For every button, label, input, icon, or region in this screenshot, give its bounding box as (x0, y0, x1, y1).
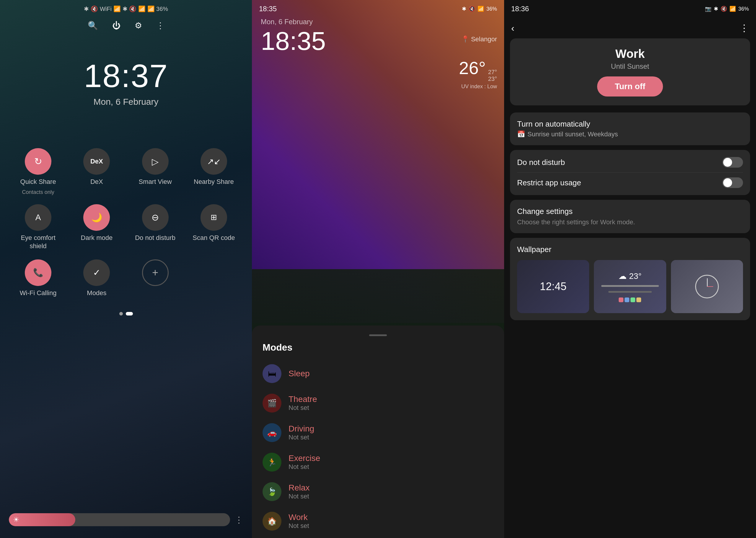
smart-view-button[interactable]: ▷ Smart View (129, 148, 182, 195)
theatre-mode-item[interactable]: 🎬 Theatre Not set (252, 388, 504, 418)
exercise-mode-icon: 🏃 (262, 453, 281, 472)
sleep-mode-item[interactable]: 🛏 Sleep (252, 359, 504, 388)
turn-off-button[interactable]: Turn off (597, 77, 663, 96)
work-mode-title: Work (517, 47, 743, 61)
wp3-clock (695, 275, 719, 298)
p2-date: Mon, 6 February (261, 18, 326, 26)
p3-mute-icon: 🔇 (721, 6, 727, 12)
scan-qr-label: Scan QR code (193, 234, 235, 242)
p2-wifi-icon: 📶 (478, 6, 484, 12)
dnd-label: Do not disturb (135, 234, 175, 242)
p3-header: ‹ ⋮ (504, 18, 756, 38)
p3-camera-icon: 📷 (705, 6, 711, 12)
p2-bt-icon: ✱ (462, 6, 466, 12)
wallpaper-title: Wallpaper (517, 245, 743, 254)
relax-mode-icon: 🍃 (262, 482, 281, 501)
p2-clock-area: Mon, 6 February 18:35 (261, 18, 326, 56)
driving-mode-item[interactable]: 🚗 Driving Not set (252, 418, 504, 448)
status-icons: ✱ 🔇 WiFi 📶 ✱ 🔇 📶 📶 36% (84, 5, 168, 12)
driving-mode-text: Driving Not set (289, 424, 494, 441)
eye-comfort-button[interactable]: A Eye comfort shield (12, 204, 64, 250)
wallpaper-preview-3[interactable] (671, 260, 743, 313)
auto-schedule-detail: 📅 Sunrise until sunset, Weekdays (517, 131, 743, 138)
theatre-mode-icon: 🎬 (262, 394, 281, 412)
wifi-calling-button[interactable]: 📞 Wi-Fi Calling (12, 259, 64, 297)
wallpaper-previews: 12:45 ☁ 23° (517, 260, 743, 313)
nearby-share-button[interactable]: ↗↙ Nearby Share (188, 148, 240, 195)
dark-mode-button[interactable]: 🌙 Dark mode (70, 204, 123, 250)
auto-schedule-title: Turn on automatically (517, 120, 743, 129)
battery-text: ✱ 🔇 📶 📶 36% (123, 5, 168, 12)
relax-mode-text: Relax Not set (289, 483, 494, 500)
dnd-label: Do not disturb (517, 158, 565, 167)
divider (517, 172, 743, 173)
restrict-label: Restrict app usage (517, 178, 581, 188)
status-bar: ✱ 🔇 WiFi 📶 ✱ 🔇 📶 📶 36% (0, 0, 252, 15)
driving-mode-name: Driving (289, 424, 494, 434)
change-settings-section[interactable]: Change settings Choose the right setting… (510, 200, 750, 233)
power-icon[interactable]: ⏻ (112, 21, 121, 30)
mute-icon: 🔇 (91, 5, 98, 12)
clock-display: 18:37 Mon, 6 February (0, 57, 252, 107)
modes-button[interactable]: ✓ Modes (70, 259, 123, 297)
modes-label: Modes (87, 289, 106, 297)
p2-time-text: 18:35 (259, 5, 277, 13)
p3-status-bar: 18:36 📷 ✱ 🔇 📶 36% (504, 0, 756, 18)
p2-mute-icon: 🔇 (469, 6, 475, 12)
do-not-disturb-button[interactable]: ⊖ Do not disturb (129, 204, 182, 250)
p3-battery-text: 36% (738, 6, 749, 12)
search-icon[interactable]: 🔍 (88, 21, 98, 30)
smart-view-icon: ▷ (142, 148, 169, 175)
quick-share-icon: ↻ (25, 148, 51, 175)
modes-panel: 18:35 ✱ 🔇 📶 36% Mon, 6 February 18:35 📍 … (252, 0, 504, 538)
sheet-handle (369, 334, 387, 336)
quick-controls-row2: A Eye comfort shield 🌙 Dark mode ⊖ Do no… (0, 201, 252, 256)
settings-icon[interactable]: ⚙ (135, 21, 142, 30)
work-mode-icon: 🏠 (262, 512, 281, 531)
more-options-button[interactable]: ⋮ (739, 23, 749, 34)
theatre-mode-status: Not set (289, 404, 494, 412)
work-mode-name: Work (289, 512, 494, 522)
work-mode-text: Work Not set (289, 512, 494, 530)
relax-mode-name: Relax (289, 483, 494, 493)
relax-mode-item[interactable]: 🍃 Relax Not set (252, 477, 504, 507)
dark-mode-icon: 🌙 (83, 204, 110, 231)
page-indicator (0, 312, 252, 315)
smart-view-label: Smart View (139, 178, 172, 186)
wp2-bar1 (601, 285, 659, 287)
p2-status-bar: 18:35 ✱ 🔇 📶 36% (252, 0, 504, 18)
p3-bt-icon: ✱ (714, 6, 718, 12)
exercise-mode-name: Exercise (289, 454, 494, 463)
p2-status-icons: ✱ 🔇 📶 36% (462, 6, 497, 12)
modes-title: Modes (252, 342, 504, 359)
auto-schedule-text: Sunrise until sunset, Weekdays (527, 131, 618, 138)
work-mode-subtitle: Until Sunset (517, 62, 743, 71)
restrict-row: Restrict app usage (517, 177, 743, 188)
exercise-mode-item[interactable]: 🏃 Exercise Not set (252, 448, 504, 477)
restrict-toggle[interactable] (722, 177, 743, 188)
quick-share-button[interactable]: ↻ Quick Share Contacts only (12, 148, 64, 195)
p3-status-icons: 📷 ✱ 🔇 📶 36% (705, 6, 749, 12)
wifi-calling-icon: 📞 (25, 259, 51, 286)
work-mode-card: Work Until Sunset Turn off (510, 38, 750, 105)
lockscreen-panel: ✱ 🔇 WiFi 📶 ✱ 🔇 📶 📶 36% 🔍 ⏻ ⚙ ⋮ 18:37 Mon… (0, 0, 252, 538)
brightness-slider[interactable]: ☀ (9, 513, 230, 526)
brightness-control[interactable]: ☀ ⋮ (9, 513, 243, 526)
brightness-menu-icon[interactable]: ⋮ (235, 515, 243, 525)
scan-qr-button[interactable]: ⊞ Scan QR code (188, 204, 240, 250)
dnd-toggle[interactable] (722, 157, 743, 168)
work-mode-settings-panel: 18:36 📷 ✱ 🔇 📶 36% ‹ ⋮ Work Until Sunset … (504, 0, 756, 538)
wallpaper-preview-2[interactable]: ☁ 23° (594, 260, 666, 313)
dex-button[interactable]: DeX DeX (70, 148, 123, 195)
more-menu-icon[interactable]: ⋮ (156, 21, 164, 30)
wallpaper-preview-1[interactable]: 12:45 (517, 260, 589, 313)
p2-battery-text: 36% (487, 6, 497, 12)
work-mode-item[interactable]: 🏠 Work Not set (252, 507, 504, 536)
exercise-mode-text: Exercise Not set (289, 454, 494, 471)
add-shortcut-button[interactable]: + (129, 259, 182, 297)
driving-mode-status: Not set (289, 434, 494, 441)
driving-mode-icon: 🚗 (262, 423, 281, 442)
wp2-app-dots (619, 297, 641, 302)
theatre-mode-name: Theatre (289, 395, 494, 404)
back-button[interactable]: ‹ (511, 23, 514, 34)
